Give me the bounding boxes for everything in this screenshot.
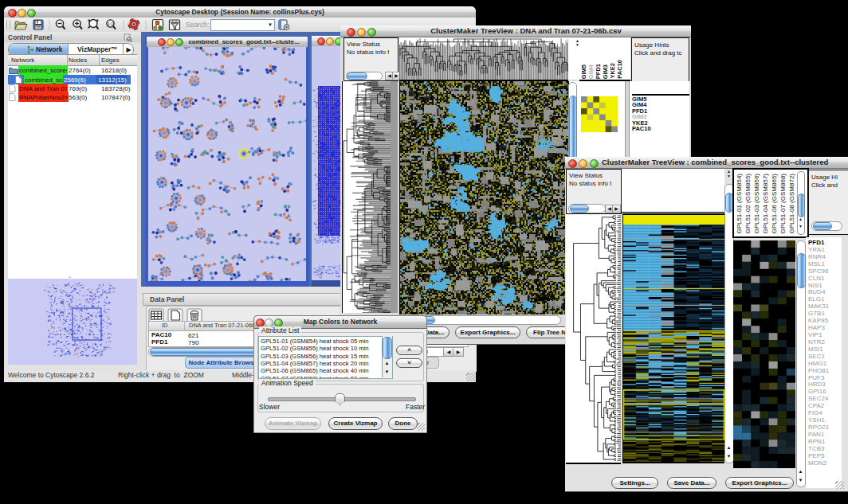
svg-text:1:1: 1:1	[108, 21, 113, 26]
